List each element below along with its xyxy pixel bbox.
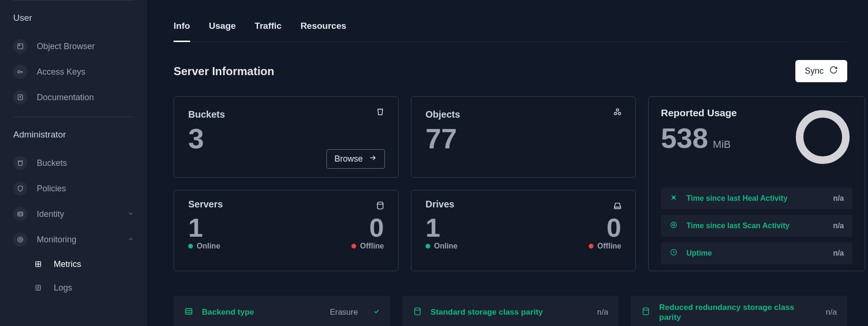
svg-rect-14 <box>614 207 620 208</box>
svg-rect-0 <box>18 44 23 49</box>
svg-point-7 <box>19 239 21 240</box>
svg-point-13 <box>377 202 383 205</box>
nav-label: Buckets <box>37 158 67 168</box>
scan-icon <box>669 221 678 231</box>
card-buckets-value: 3 <box>188 125 384 153</box>
card-drives: Drives 1 Online 0 Offline <box>411 190 636 271</box>
metrics-icon <box>32 258 44 270</box>
card-objects: Objects 77 <box>411 96 636 178</box>
storage-icon <box>413 307 422 318</box>
shield-icon <box>13 181 27 196</box>
chevron-up-icon <box>127 235 134 245</box>
monitoring-icon <box>13 232 27 247</box>
status-dot-offline-icon <box>589 244 593 249</box>
clock-icon <box>669 248 678 258</box>
svg-point-6 <box>18 237 23 242</box>
nav-label: Logs <box>54 283 72 293</box>
usage-row-scan: Time since last Scan Activity n/a <box>661 215 852 237</box>
drives-offline-label: Offline <box>597 242 621 250</box>
identity-icon <box>13 207 27 221</box>
card-objects-value: 77 <box>426 125 621 153</box>
document-icon <box>13 90 27 104</box>
nav-metrics[interactable]: Metrics <box>13 252 134 276</box>
sidebar-top-divider <box>13 0 134 0</box>
page-title: Server Information <box>174 65 274 78</box>
list-icon <box>184 307 193 318</box>
nav-object-browser[interactable]: Object Browser <box>13 34 134 59</box>
nav-access-keys[interactable]: Access Keys <box>13 59 134 85</box>
chevron-down-icon <box>127 209 134 219</box>
server-icon <box>376 201 385 212</box>
card-servers: Servers 1 Online 0 Offline <box>174 190 399 271</box>
servers-online-value: 1 <box>188 214 220 241</box>
svg-point-21 <box>643 308 649 310</box>
drives-online-value: 1 <box>426 214 458 241</box>
status-dot-offline-icon <box>351 244 356 249</box>
strip-standard-parity: Standard storage class parity n/a <box>402 296 619 326</box>
servers-offline-value: 0 <box>351 214 384 241</box>
nav-label: Identity <box>37 209 64 219</box>
status-dot-online-icon <box>188 244 193 249</box>
strip-value: Erasure <box>330 308 358 317</box>
nav-policies[interactable]: Policies <box>13 176 134 201</box>
browse-button[interactable]: Browse <box>326 149 385 169</box>
svg-point-2 <box>18 70 20 73</box>
storage-icon <box>641 307 651 318</box>
svg-point-5 <box>19 214 20 215</box>
arrow-right-icon <box>368 154 377 164</box>
drives-online-label: Online <box>434 242 458 250</box>
nav-logs[interactable]: Logs <box>13 276 134 300</box>
sync-button-label: Sync <box>805 66 824 76</box>
sidebar-section-user-title: User <box>13 13 134 23</box>
nav-buckets[interactable]: Buckets <box>13 150 134 176</box>
sidebar-section-admin-title: Administrator <box>13 129 134 140</box>
logs-icon <box>32 282 44 294</box>
usage-row-uptime: Uptime n/a <box>661 242 852 264</box>
usage-unit: MiB <box>713 138 731 151</box>
usage-row-value: n/a <box>833 249 844 257</box>
usage-row-label: Uptime <box>686 249 825 257</box>
nav-label: Monitoring <box>37 235 76 245</box>
servers-offline-label: Offline <box>360 242 384 250</box>
nav-label: Object Browser <box>37 42 95 51</box>
tab-info[interactable]: Info <box>174 21 190 42</box>
drive-icon <box>613 201 622 212</box>
browse-button-label: Browse <box>334 154 363 164</box>
status-dot-online-icon <box>426 244 430 249</box>
sidebar-section-divider <box>13 117 134 117</box>
usage-row-value: n/a <box>833 222 844 230</box>
nav-monitoring[interactable]: Monitoring <box>13 227 134 252</box>
strip-value: n/a <box>597 308 609 317</box>
svg-rect-19 <box>185 309 192 314</box>
svg-point-12 <box>618 112 621 115</box>
nav-identity[interactable]: Identity <box>13 201 134 227</box>
card-buckets-label: Buckets <box>188 109 384 120</box>
card-drives-label: Drives <box>426 199 621 210</box>
key-icon <box>13 65 27 79</box>
card-reported-usage: Reported Usage 538 MiB Time since last H… <box>648 96 865 271</box>
dashboard-grid: Buckets 3 Browse Objects 77 <box>174 96 847 271</box>
nav-label: Access Keys <box>37 67 85 77</box>
browser-icon <box>13 39 27 53</box>
sidebar: User Object Browser Access Keys Document… <box>0 0 147 326</box>
title-bar: Server Information Sync <box>174 60 847 82</box>
tabs: Info Usage Traffic Resources <box>174 21 847 42</box>
usage-row-label: Time since last Heal Activity <box>686 194 825 203</box>
tab-usage[interactable]: Usage <box>209 21 236 42</box>
drives-offline-value: 0 <box>589 214 621 241</box>
strip-value: n/a <box>826 308 837 317</box>
usage-row-heal: Time since last Heal Activity n/a <box>661 188 852 209</box>
bucket-icon <box>13 156 27 170</box>
strip-label: Standard storage class parity <box>431 308 589 317</box>
card-objects-label: Objects <box>426 109 621 120</box>
nav-documentation[interactable]: Documentation <box>13 85 134 110</box>
strip-label: Backend type <box>202 308 321 317</box>
svg-point-20 <box>415 308 420 310</box>
servers-online-label: Online <box>197 242 220 250</box>
tab-traffic[interactable]: Traffic <box>255 21 282 42</box>
strip-reduced-parity: Reduced redundancy storage class parity … <box>631 296 847 326</box>
usage-row-label: Time since last Scan Activity <box>686 222 825 230</box>
tab-resources[interactable]: Resources <box>300 21 346 42</box>
sync-button[interactable]: Sync <box>795 60 847 82</box>
info-strips: Backend type Erasure Standard storage cl… <box>174 296 847 326</box>
